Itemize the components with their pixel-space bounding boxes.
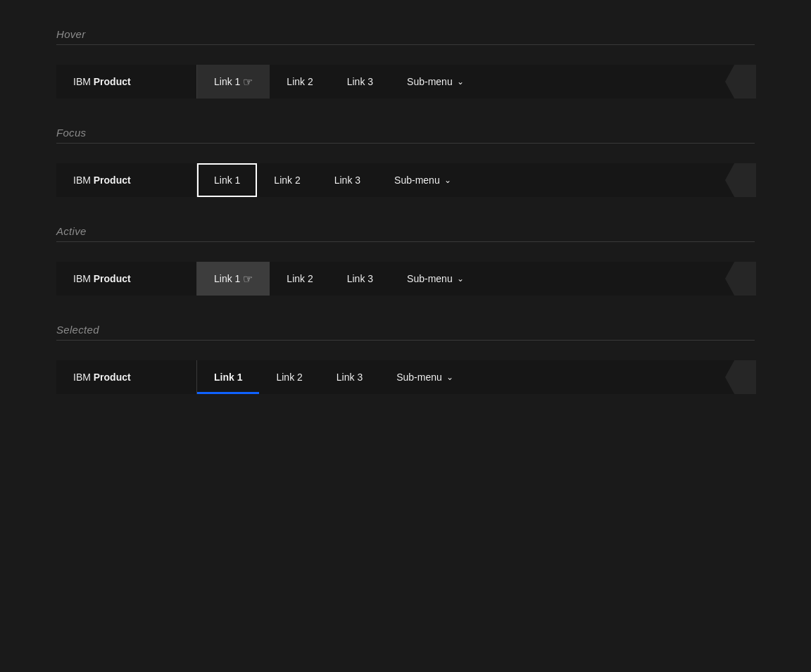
brand-regular-focus: IBM — [73, 175, 94, 186]
active-nav-links: Link 1 ☞ Link 2 Link 3 Sub-menu ⌄ — [197, 262, 755, 296]
active-chevron-icon: ⌄ — [457, 274, 464, 284]
focus-link1[interactable]: Link 1 — [197, 163, 257, 197]
active-link2[interactable]: Link 2 — [270, 262, 329, 296]
hover-navbar: IBM Product Link 1 ☞ Link 2 Link 3 Sub-m… — [56, 65, 755, 99]
selected-chevron-icon: ⌄ — [446, 372, 453, 382]
focus-submenu[interactable]: Sub-menu ⌄ — [377, 163, 468, 197]
hover-brand: IBM Product — [56, 65, 197, 99]
hover-divider — [56, 44, 755, 45]
hover-link1[interactable]: Link 1 ☞ — [197, 65, 270, 99]
selected-navbar-wrapper: IBM Product Link 1 Link 2 Link 3 Sub-men… — [56, 360, 755, 394]
focus-brand: IBM Product — [56, 163, 197, 197]
selected-link3[interactable]: Link 3 — [320, 360, 379, 394]
brand-regular-active: IBM — [73, 273, 94, 284]
selected-section: Selected IBM Product Link 1 Link 2 Link … — [56, 324, 755, 394]
selected-nav-links: Link 1 Link 2 Link 3 Sub-menu ⌄ — [197, 360, 755, 394]
brand-regular-selected: IBM — [73, 372, 94, 383]
selected-navbar: IBM Product Link 1 Link 2 Link 3 Sub-men… — [56, 360, 755, 394]
hover-link2[interactable]: Link 2 — [270, 65, 329, 99]
hand-cursor-active: ☞ — [243, 272, 253, 286]
active-link3[interactable]: Link 3 — [330, 262, 390, 296]
selected-label: Selected — [56, 324, 755, 336]
hand-cursor-hover: ☞ — [243, 75, 253, 89]
hover-label: Hover — [56, 28, 755, 40]
hover-section: Hover IBM Product Link 1 ☞ Link 2 Link 3… — [56, 28, 755, 99]
selected-brand: IBM Product — [56, 360, 197, 394]
selected-divider — [56, 340, 755, 341]
hover-link3[interactable]: Link 3 — [330, 65, 390, 99]
focus-nav-links: Link 1 Link 2 Link 3 Sub-menu ⌄ — [197, 163, 755, 197]
active-submenu[interactable]: Sub-menu ⌄ — [390, 262, 481, 296]
active-link1[interactable]: Link 1 ☞ — [197, 262, 270, 296]
brand-bold-active: Product — [94, 273, 131, 284]
brand-bold-hover: Product — [94, 76, 131, 87]
focus-section: Focus IBM Product Link 1 Link 2 Link 3 S… — [56, 127, 755, 197]
active-navbar: IBM Product Link 1 ☞ Link 2 Link 3 Sub-m… — [56, 262, 755, 296]
selected-link2[interactable]: Link 2 — [259, 360, 319, 394]
hover-submenu[interactable]: Sub-menu ⌄ — [390, 65, 481, 99]
active-divider — [56, 241, 755, 242]
hover-navbar-wrapper: IBM Product Link 1 ☞ Link 2 Link 3 Sub-m… — [56, 65, 755, 99]
brand-bold-selected: Product — [94, 372, 131, 383]
active-label: Active — [56, 225, 755, 237]
focus-link2[interactable]: Link 2 — [257, 163, 317, 197]
brand-regular-hover: IBM — [73, 76, 94, 87]
hover-nav-links: Link 1 ☞ Link 2 Link 3 Sub-menu ⌄ — [197, 65, 755, 99]
focus-navbar-wrapper: IBM Product Link 1 Link 2 Link 3 Sub-men… — [56, 163, 755, 197]
focus-link3[interactable]: Link 3 — [318, 163, 377, 197]
selected-submenu[interactable]: Sub-menu ⌄ — [379, 360, 470, 394]
brand-bold-focus: Product — [94, 175, 131, 186]
active-brand: IBM Product — [56, 262, 197, 296]
focus-navbar: IBM Product Link 1 Link 2 Link 3 Sub-men… — [56, 163, 755, 197]
hover-chevron-icon: ⌄ — [457, 77, 464, 87]
focus-divider — [56, 143, 755, 144]
focus-chevron-icon: ⌄ — [444, 175, 451, 185]
active-navbar-wrapper: IBM Product Link 1 ☞ Link 2 Link 3 Sub-m… — [56, 262, 755, 296]
focus-label: Focus — [56, 127, 755, 139]
selected-link1[interactable]: Link 1 — [197, 360, 259, 394]
active-section: Active IBM Product Link 1 ☞ Link 2 Link … — [56, 225, 755, 296]
